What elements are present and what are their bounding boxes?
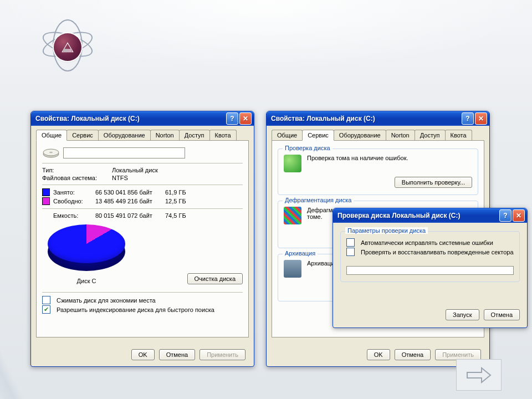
used-gb: 61,9 ГБ xyxy=(165,189,198,196)
tab-service[interactable]: Сервис xyxy=(302,130,334,141)
tab-quota[interactable]: Квота xyxy=(445,130,472,140)
used-swatch xyxy=(42,188,50,196)
tab-quota[interactable]: Квота xyxy=(209,130,237,140)
cancel-button[interactable]: Отмена xyxy=(159,349,195,360)
check-disk-dialog: Проверка диска Локальный диск (C:) ? ✕ П… xyxy=(332,208,528,328)
opt-recover-checkbox[interactable] xyxy=(346,248,355,256)
free-swatch xyxy=(42,197,50,205)
used-bytes: 66 530 041 856 байт xyxy=(95,189,162,196)
tab-norton[interactable]: Norton xyxy=(386,130,415,140)
help-button[interactable]: ? xyxy=(462,112,474,125)
group-legend: Параметры проверки диска xyxy=(345,227,428,234)
next-slide-button[interactable] xyxy=(456,359,502,391)
tabstrip: Общие Сервис Оборудование Norton Доступ … xyxy=(33,127,252,140)
tab-general[interactable]: Общие xyxy=(272,130,303,140)
type-value: Локальный диск xyxy=(112,167,158,173)
index-checkbox[interactable]: ✔ xyxy=(42,305,50,314)
tab-service[interactable]: Сервис xyxy=(66,130,99,140)
check-disk-text: Проверка тома на наличие ошибок. xyxy=(307,155,472,161)
type-label: Тип: xyxy=(42,167,109,173)
window-title: Свойства: Локальный диск (C:) xyxy=(271,115,375,122)
progress-bar xyxy=(346,266,514,275)
defrag-icon xyxy=(284,207,301,224)
free-label: Свободно: xyxy=(53,198,92,204)
volume-name-input[interactable] xyxy=(63,147,185,158)
tab-hardware[interactable]: Оборудование xyxy=(334,130,386,140)
tab-general[interactable]: Общие xyxy=(36,130,67,141)
group-legend: Архивация xyxy=(283,250,318,257)
usage-pie-chart: Диск C xyxy=(42,224,131,284)
tab-sharing[interactable]: Доступ xyxy=(179,130,210,140)
tabstrip: Общие Сервис Оборудование Norton Доступ … xyxy=(268,127,488,140)
properties-window-general: Свойства: Локальный диск (C:) ? ✕ Общие … xyxy=(30,111,254,367)
window-title: Свойства: Локальный диск (C:) xyxy=(35,115,140,122)
group-check-options: Параметры проверки диска Автоматически и… xyxy=(340,231,520,282)
tab-sharing[interactable]: Доступ xyxy=(415,130,446,140)
opt-autofix-label: Автоматически исправлять системные ошибк… xyxy=(361,239,493,246)
tab-hardware[interactable]: Оборудование xyxy=(98,130,151,140)
close-button[interactable]: ✕ xyxy=(239,112,252,125)
close-button[interactable]: ✕ xyxy=(513,209,525,222)
close-button[interactable]: ✕ xyxy=(475,112,487,125)
svg-point-3 xyxy=(49,152,53,154)
group-check-disk: Проверка диска Проверка тома на наличие … xyxy=(278,149,478,195)
compress-checkbox[interactable] xyxy=(42,296,50,304)
drive-icon xyxy=(42,146,60,160)
apply-button[interactable]: Применить xyxy=(200,349,245,360)
tab-norton[interactable]: Norton xyxy=(150,130,180,140)
ok-button[interactable]: OK xyxy=(367,349,390,360)
run-check-button[interactable]: Выполнить проверку... xyxy=(395,177,472,188)
window-title: Проверка диска Локальный диск (C:) xyxy=(337,212,461,219)
cancel-button[interactable]: Отмена xyxy=(395,349,431,360)
cap-gb: 74,5 ГБ xyxy=(165,212,198,219)
group-legend: Проверка диска xyxy=(283,145,332,151)
ok-button[interactable]: OK xyxy=(131,349,155,360)
opt-recover-label: Проверять и восстанавливать поврежденные… xyxy=(361,249,514,255)
tabpanel-general: Тип: Локальный диск Файловая система: NT… xyxy=(36,140,249,337)
window-titlebar[interactable]: Свойства: Локальный диск (C:) ? ✕ xyxy=(267,111,489,126)
help-button[interactable]: ? xyxy=(499,209,511,222)
apply-button[interactable]: Применить xyxy=(435,349,481,360)
window-titlebar[interactable]: Проверка диска Локальный диск (C:) ? ✕ xyxy=(333,208,527,223)
fs-label: Файловая система: xyxy=(42,175,109,181)
pie-caption: Диск C xyxy=(42,278,131,284)
free-gb: 12,5 ГБ xyxy=(165,198,198,204)
cap-bytes: 80 015 491 072 байт xyxy=(95,212,162,219)
free-bytes: 13 485 449 216 байт xyxy=(95,198,162,204)
start-button[interactable]: Запуск xyxy=(446,309,479,320)
help-button[interactable]: ? xyxy=(226,112,238,125)
check-disk-icon xyxy=(284,155,301,172)
app-logo xyxy=(42,22,94,75)
backup-icon xyxy=(284,260,301,278)
defrag-text-line2: томе. xyxy=(307,213,323,220)
window-titlebar[interactable]: Свойства: Локальный диск (C:) ? ✕ xyxy=(31,111,254,126)
used-label: Занято: xyxy=(53,189,92,196)
index-label: Разрешить индексирование диска для быстр… xyxy=(57,306,214,313)
compress-label: Сжимать диск для экономии места xyxy=(57,297,156,304)
disk-cleanup-button[interactable]: Очистка диска xyxy=(187,273,243,284)
cap-label: Емкость: xyxy=(53,212,92,219)
cancel-button[interactable]: Отмена xyxy=(484,309,520,320)
fs-value: NTFS xyxy=(112,175,128,181)
group-legend: Дефрагментация диска xyxy=(283,197,354,203)
opt-autofix-checkbox[interactable] xyxy=(346,238,355,247)
